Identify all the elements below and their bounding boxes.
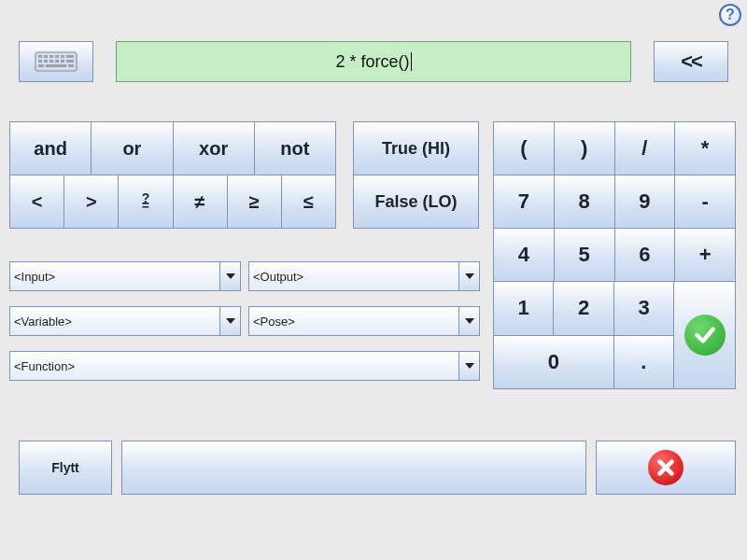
svg-rect-14 xyxy=(46,64,66,67)
svg-rect-7 xyxy=(38,60,42,63)
numpad: ( ) / * 7 8 9 - 4 5 6 + 1 2 3 0 . xyxy=(493,121,736,389)
dropdown-label: <Output> xyxy=(253,270,303,284)
keyboard-icon xyxy=(35,51,78,72)
flytt-button[interactable]: Flytt xyxy=(19,441,112,495)
output-dropdown[interactable]: <Output> xyxy=(248,261,480,291)
pose-dropdown[interactable]: <Pose> xyxy=(248,306,480,336)
help-icon[interactable]: ? xyxy=(719,4,741,26)
expression-text: 2 * force() xyxy=(335,52,409,72)
num-7-button[interactable]: 7 xyxy=(493,175,555,229)
num-2-button[interactable]: 2 xyxy=(554,281,613,336)
svg-rect-9 xyxy=(49,60,53,63)
num-3-button[interactable]: 3 xyxy=(614,281,674,336)
svg-rect-10 xyxy=(55,60,59,63)
question-equal-button[interactable]: ?= xyxy=(119,175,173,229)
gt-button[interactable]: > xyxy=(64,175,119,229)
variable-dropdown[interactable]: <Variable> xyxy=(9,306,241,336)
svg-rect-8 xyxy=(44,60,48,63)
cancel-button[interactable] xyxy=(596,441,736,495)
expression-field[interactable]: 2 * force() xyxy=(116,41,631,82)
or-button[interactable]: or xyxy=(92,121,173,175)
svg-rect-4 xyxy=(55,55,59,58)
false-button[interactable]: False (LO) xyxy=(353,175,479,229)
svg-rect-11 xyxy=(61,60,64,63)
ne-button[interactable]: ≠ xyxy=(174,175,228,229)
chevron-down-icon xyxy=(219,262,240,290)
svg-rect-6 xyxy=(66,55,74,58)
chevron-down-icon xyxy=(219,307,240,335)
xor-button[interactable]: xor xyxy=(174,121,255,175)
svg-rect-3 xyxy=(49,55,53,58)
svg-rect-13 xyxy=(38,64,44,67)
svg-rect-5 xyxy=(61,55,64,58)
dot-button[interactable]: . xyxy=(614,335,675,390)
ge-button[interactable]: ≥ xyxy=(228,175,282,229)
function-dropdown[interactable]: <Function> xyxy=(9,351,480,381)
num-6-button[interactable]: 6 xyxy=(615,228,676,282)
dropdown-label: <Variable> xyxy=(14,315,72,329)
ok-button[interactable] xyxy=(674,281,736,389)
svg-rect-2 xyxy=(44,55,48,58)
lparen-button[interactable]: ( xyxy=(493,121,555,175)
chevron-down-icon xyxy=(458,352,479,380)
num-5-button[interactable]: 5 xyxy=(555,228,615,282)
dropdown-label: <Pose> xyxy=(253,315,295,329)
chevron-down-icon xyxy=(458,262,479,290)
check-icon xyxy=(684,315,726,356)
svg-rect-1 xyxy=(38,55,42,58)
le-button[interactable]: ≤ xyxy=(282,175,336,229)
backspace-button[interactable]: << xyxy=(654,41,728,82)
rparen-button[interactable]: ) xyxy=(555,121,615,175)
multiply-button[interactable]: * xyxy=(675,121,736,175)
and-button[interactable]: and xyxy=(9,121,92,175)
num-8-button[interactable]: 8 xyxy=(555,175,615,229)
num-1-button[interactable]: 1 xyxy=(493,281,554,336)
dropdown-label: <Input> xyxy=(14,270,55,284)
caret xyxy=(411,52,412,71)
lt-button[interactable]: < xyxy=(9,175,64,229)
dropdown-label: <Function> xyxy=(14,359,75,373)
chevron-down-icon xyxy=(458,307,479,335)
minus-button[interactable]: - xyxy=(675,175,736,229)
svg-rect-15 xyxy=(68,64,74,67)
close-icon xyxy=(648,450,684,485)
num-9-button[interactable]: 9 xyxy=(615,175,676,229)
num-0-button[interactable]: 0 xyxy=(493,335,614,390)
svg-rect-12 xyxy=(66,60,74,63)
true-button[interactable]: True (HI) xyxy=(353,121,479,175)
status-area xyxy=(121,441,586,495)
num-4-button[interactable]: 4 xyxy=(493,228,555,282)
plus-button[interactable]: + xyxy=(675,228,736,282)
keyboard-button[interactable] xyxy=(19,41,93,82)
input-dropdown[interactable]: <Input> xyxy=(9,261,241,291)
divide-button[interactable]: / xyxy=(615,121,676,175)
not-button[interactable]: not xyxy=(255,121,336,175)
